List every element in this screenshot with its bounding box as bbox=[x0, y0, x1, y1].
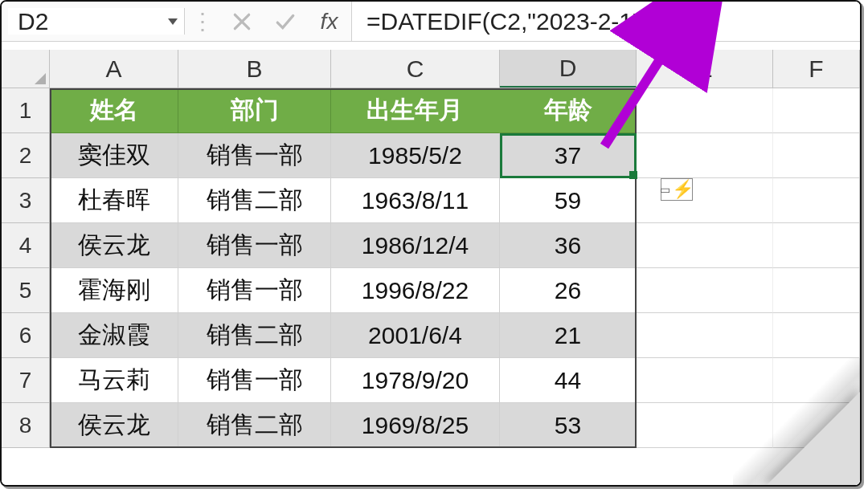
table-row: 3 杜春晖 销售二部 1963/8/11 59 bbox=[2, 178, 860, 223]
cell[interactable]: 销售二部 bbox=[178, 313, 331, 358]
table-row: 6 金淑霞 销售二部 2001/6/4 21 bbox=[2, 313, 860, 358]
cell-text: 44 bbox=[555, 367, 581, 394]
cancel-formula-button[interactable] bbox=[220, 2, 264, 41]
enter-formula-button[interactable] bbox=[264, 2, 307, 41]
select-all-corner[interactable] bbox=[2, 50, 50, 88]
row-header[interactable]: 2 bbox=[2, 133, 50, 178]
cell-text: 部门 bbox=[231, 94, 279, 127]
cell[interactable]: 44 bbox=[500, 358, 637, 403]
cell[interactable]: 姓名 bbox=[50, 88, 178, 133]
cell-text: 1985/5/2 bbox=[368, 142, 462, 169]
cell[interactable]: 销售一部 bbox=[178, 268, 331, 313]
cell[interactable]: 26 bbox=[500, 268, 637, 313]
col-header-E[interactable]: E bbox=[637, 50, 773, 88]
cell[interactable] bbox=[637, 268, 773, 313]
col-header-B[interactable]: B bbox=[178, 50, 331, 88]
cell[interactable] bbox=[637, 178, 773, 223]
col-header-F[interactable]: F bbox=[773, 50, 860, 88]
cell[interactable]: 1969/8/25 bbox=[331, 403, 500, 448]
insert-function-button[interactable]: fx bbox=[307, 2, 352, 41]
cell[interactable] bbox=[773, 133, 860, 178]
chevron-down-icon[interactable] bbox=[168, 18, 178, 25]
cell-text: 霍海刚 bbox=[78, 274, 150, 307]
row-number: 7 bbox=[19, 368, 32, 393]
col-header-D[interactable]: D bbox=[500, 50, 637, 88]
cell-text: 21 bbox=[555, 322, 581, 349]
cell[interactable]: 销售二部 bbox=[178, 403, 331, 448]
cell[interactable]: 1963/8/11 bbox=[331, 178, 500, 223]
col-label: F bbox=[809, 55, 823, 83]
row-header[interactable]: 1 bbox=[2, 88, 50, 133]
cell[interactable]: 1996/8/22 bbox=[331, 268, 500, 313]
row-header[interactable]: 6 bbox=[2, 313, 50, 358]
cell[interactable]: 金淑霞 bbox=[50, 313, 178, 358]
cell-text: 杜春晖 bbox=[78, 184, 150, 217]
cell-text: 1978/9/20 bbox=[362, 367, 469, 394]
cell[interactable]: 36 bbox=[500, 223, 637, 268]
cell[interactable] bbox=[773, 223, 860, 268]
cell[interactable]: 1985/5/2 bbox=[331, 133, 500, 178]
row-number: 4 bbox=[19, 233, 32, 259]
cell[interactable] bbox=[637, 223, 773, 268]
cell[interactable]: 侯云龙 bbox=[50, 223, 178, 268]
cell[interactable]: 1986/12/4 bbox=[331, 223, 500, 268]
cell[interactable]: 销售一部 bbox=[178, 133, 331, 178]
cell[interactable]: 销售一部 bbox=[178, 223, 331, 268]
cell[interactable]: 侯云龙 bbox=[50, 403, 178, 448]
flash-fill-smart-tag[interactable]: ▭ ⚡ bbox=[661, 178, 693, 201]
cell-text: 2001/6/4 bbox=[368, 322, 462, 349]
cell-text: 销售一部 bbox=[207, 139, 303, 172]
table-row: 1 姓名 部门 出生年月 年龄 bbox=[2, 88, 860, 133]
cell[interactable]: 马云莉 bbox=[50, 358, 178, 403]
cell[interactable] bbox=[773, 88, 860, 133]
cell-text: 销售一部 bbox=[207, 364, 303, 397]
row-header[interactable]: 4 bbox=[2, 223, 50, 268]
cell-selected[interactable]: 37 bbox=[500, 133, 637, 178]
col-label: E bbox=[696, 55, 712, 83]
cell[interactable] bbox=[637, 133, 773, 178]
formula-bar: D2 ⋮ fx =DATEDIF(C2,"2023-2-1","y") bbox=[2, 2, 860, 42]
formula-input[interactable]: =DATEDIF(C2,"2023-2-1","y") bbox=[352, 2, 860, 41]
row-header[interactable]: 3 bbox=[2, 178, 50, 223]
row-number: 5 bbox=[19, 278, 32, 304]
cell[interactable] bbox=[773, 358, 860, 403]
fx-label: fx bbox=[321, 9, 338, 35]
cell[interactable]: 年龄 bbox=[500, 88, 637, 133]
cell[interactable]: 霍海刚 bbox=[50, 268, 178, 313]
cell[interactable]: 59 bbox=[500, 178, 637, 223]
cell[interactable] bbox=[637, 403, 773, 448]
col-header-A[interactable]: A bbox=[50, 50, 178, 88]
formula-bar-separator: ⋮ bbox=[185, 2, 220, 41]
cell-text: 59 bbox=[555, 187, 581, 214]
cell[interactable]: 销售一部 bbox=[178, 358, 331, 403]
row-header[interactable]: 5 bbox=[2, 268, 50, 313]
rows-container: 1 姓名 部门 出生年月 年龄 2 窦佳双 销售一部 1985/5/2 37 3 bbox=[2, 88, 860, 448]
col-header-C[interactable]: C bbox=[331, 50, 500, 88]
cell[interactable]: 21 bbox=[500, 313, 637, 358]
cell[interactable] bbox=[637, 88, 773, 133]
row-header[interactable]: 7 bbox=[2, 358, 50, 403]
cell[interactable]: 销售二部 bbox=[178, 178, 331, 223]
row-header[interactable]: 8 bbox=[2, 403, 50, 448]
cell[interactable]: 2001/6/4 bbox=[331, 313, 500, 358]
cell-text: 销售一部 bbox=[207, 229, 303, 262]
col-label: B bbox=[246, 55, 262, 83]
name-box[interactable]: D2 bbox=[8, 8, 185, 35]
cell[interactable] bbox=[637, 358, 773, 403]
cell[interactable] bbox=[773, 268, 860, 313]
table-row: 8 侯云龙 销售二部 1969/8/25 53 bbox=[2, 403, 860, 448]
cell[interactable]: 部门 bbox=[178, 88, 331, 133]
worksheet-grid[interactable]: A B C D E F 1 姓名 部门 出生年月 年龄 2 窦佳双 销售一部 bbox=[2, 50, 860, 485]
cell[interactable]: 出生年月 bbox=[331, 88, 500, 133]
row-number: 6 bbox=[19, 323, 32, 348]
cell[interactable] bbox=[637, 313, 773, 358]
cell[interactable]: 53 bbox=[500, 403, 637, 448]
cell[interactable] bbox=[773, 313, 860, 358]
cell[interactable]: 杜春晖 bbox=[50, 178, 178, 223]
cell[interactable]: 1978/9/20 bbox=[331, 358, 500, 403]
cell-text: 1969/8/25 bbox=[362, 412, 469, 439]
cell[interactable]: 窦佳双 bbox=[50, 133, 178, 178]
cell[interactable] bbox=[773, 403, 860, 448]
row-number: 2 bbox=[19, 143, 32, 169]
cell[interactable] bbox=[773, 178, 860, 223]
